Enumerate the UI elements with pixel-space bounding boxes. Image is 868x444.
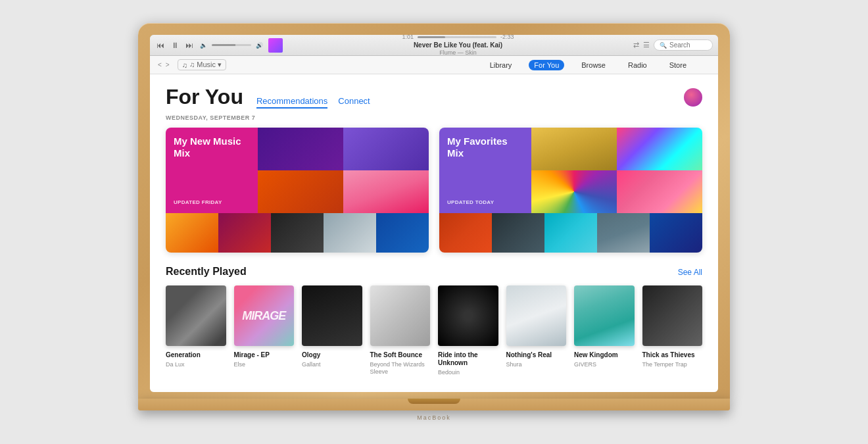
shuffle-button[interactable]: ⇄ <box>633 41 639 49</box>
tab-recommendations[interactable]: Recommendations <box>256 96 327 109</box>
date-label: WEDNESDAY, SEPTEMBER 7 <box>166 114 702 121</box>
mixes-row: My New Music Mix UPDATED FRIDAY <box>166 128 702 253</box>
nav-link-browse[interactable]: Browse <box>576 60 611 70</box>
music-note-icon: ♫ <box>182 61 187 69</box>
mix-bottom-cell <box>324 213 376 253</box>
album-item-nothings-real[interactable]: Nothing's Real Shura <box>506 285 567 376</box>
album-cover-new-kingdom <box>574 285 635 346</box>
time-elapsed: 1:01 <box>402 35 414 41</box>
mix-art-cell <box>258 170 343 213</box>
new-music-mix-title: My New Music Mix <box>174 136 250 159</box>
album-cover-mirage: MIRAGE <box>234 285 295 346</box>
album-art: MIRAGE <box>234 285 295 346</box>
screen: ⏮ ⏸ ⏭ 🔈 🔊 1:01 <box>150 35 718 391</box>
album-name: Thick as Thieves <box>642 351 703 359</box>
search-input[interactable] <box>669 41 709 49</box>
fast-forward-button[interactable]: ⏭ <box>184 41 195 50</box>
mix-art-cell <box>531 170 617 213</box>
volume-slider[interactable] <box>212 44 251 46</box>
album-name: Ology <box>302 351 362 359</box>
nav-link-radio[interactable]: Radio <box>623 60 652 70</box>
track-artist: Flume — Skin <box>439 49 477 57</box>
album-cover-ride <box>438 285 498 346</box>
main-content: For You Recommendations Connect WEDNESDA… <box>150 74 718 391</box>
laptop-notch <box>408 399 460 404</box>
now-playing-art <box>268 38 283 53</box>
nav-link-for-you[interactable]: For You <box>529 60 564 70</box>
album-artist: Da Lux <box>166 361 226 368</box>
album-artist: Bedouin <box>438 369 498 376</box>
album-cover-soft-bounce <box>370 285 431 346</box>
new-music-mix-side-arts <box>258 128 429 213</box>
album-cover-ology <box>302 285 362 346</box>
album-name: The Soft Bounce <box>370 351 431 359</box>
now-playing-details: 1:01 -2:33 <box>402 35 514 41</box>
tab-connect[interactable]: Connect <box>338 96 370 109</box>
nav-link-store[interactable]: Store <box>664 60 692 70</box>
list-button[interactable]: ☰ <box>643 41 650 49</box>
mix-bottom-cell <box>376 213 429 253</box>
progress-bar[interactable] <box>418 36 496 38</box>
favorites-mix-side-arts <box>531 128 702 213</box>
mix-bottom-cell <box>439 213 492 253</box>
album-artist: The Temper Trap <box>642 361 703 368</box>
album-name: Nothing's Real <box>506 351 567 359</box>
search-icon: 🔍 <box>660 42 667 49</box>
laptop-screen-bezel: ⏮ ⏸ ⏭ 🔈 🔊 1:01 <box>138 23 730 398</box>
mix-art-cell <box>531 128 617 170</box>
album-cover-generation <box>166 285 226 346</box>
album-item-generation[interactable]: Generation Da Lux <box>166 285 226 376</box>
title-bar-right: ⇄ ☰ 🔍 <box>633 39 713 51</box>
nav-music-dropdown[interactable]: ♫ ♫ Music ▾ <box>178 59 226 70</box>
mix-art-cell <box>617 128 702 170</box>
new-music-mix-updated: UPDATED FRIDAY <box>174 199 250 205</box>
nav-back-button[interactable]: < <box>157 61 163 68</box>
mix-bottom-cell <box>218 213 271 253</box>
mix-bottom-cell <box>492 213 544 253</box>
album-item-soft-bounce[interactable]: The Soft Bounce Beyond The Wizards Sleev… <box>370 285 431 376</box>
album-item-mirage[interactable]: MIRAGE Mirage - EP Else <box>234 285 295 376</box>
album-art <box>642 285 703 346</box>
album-item-ology[interactable]: Ology Gallant <box>302 285 362 376</box>
mix-bottom-cell <box>650 213 702 253</box>
mix-bottom-cell <box>271 213 324 253</box>
album-art <box>574 285 635 346</box>
album-cover-thick-as-thieves <box>642 285 703 346</box>
user-avatar[interactable] <box>684 88 702 107</box>
album-name: New Kingdom <box>574 351 635 359</box>
rewind-button[interactable]: ⏮ <box>155 41 166 50</box>
recently-played-header: Recently Played See All <box>166 266 702 278</box>
macbook-label: MacBook <box>417 414 451 421</box>
now-playing-info: 1:01 -2:33 Never Be Like You (feat. Kai)… <box>288 35 628 57</box>
nav-forward-button[interactable]: > <box>164 61 171 68</box>
favorites-mix-card[interactable]: My Favorites Mix UPDATED TODAY <box>439 128 702 253</box>
new-music-mix-bottom-arts <box>166 213 429 253</box>
volume-low-icon: 🔈 <box>200 42 207 49</box>
favorites-mix-layout: My Favorites Mix UPDATED TODAY <box>439 128 702 253</box>
mix-art-cell <box>258 128 343 170</box>
albums-row: Generation Da Lux MIRAGE Mirage - EP Els… <box>166 285 702 376</box>
page-header: For You Recommendations Connect <box>166 85 702 109</box>
album-name: Generation <box>166 351 226 359</box>
album-art <box>302 285 362 346</box>
mix-bottom-cell <box>544 213 597 253</box>
album-item-ride[interactable]: Ride into the Unknown Bedouin <box>438 285 498 376</box>
nav-link-library[interactable]: Library <box>485 60 518 70</box>
new-music-mix-header: My New Music Mix UPDATED FRIDAY <box>166 128 258 213</box>
progress-fill <box>418 36 445 38</box>
mix-bottom-cell <box>597 213 650 253</box>
album-name: Mirage - EP <box>234 351 295 359</box>
new-music-mix-card[interactable]: My New Music Mix UPDATED FRIDAY <box>166 128 429 253</box>
nav-bar: < > ♫ ♫ Music ▾ Library For You Browse R… <box>150 56 718 74</box>
laptop-wrapper: ⏮ ⏸ ⏭ 🔈 🔊 1:01 <box>138 23 730 420</box>
album-item-new-kingdom[interactable]: New Kingdom GIVERS <box>574 285 635 376</box>
album-name: Ride into the Unknown <box>438 351 498 367</box>
mix-bottom-cell <box>166 213 218 253</box>
album-item-thick-as-thieves[interactable]: Thick as Thieves The Temper Trap <box>642 285 703 376</box>
pause-button[interactable]: ⏸ <box>170 41 180 50</box>
see-all-link[interactable]: See All <box>678 268 702 277</box>
favorites-mix-updated: UPDATED TODAY <box>447 199 523 205</box>
album-cover-nothings-real <box>506 285 567 346</box>
album-artist: Else <box>234 361 295 368</box>
page-title-area: For You Recommendations Connect <box>166 85 370 109</box>
